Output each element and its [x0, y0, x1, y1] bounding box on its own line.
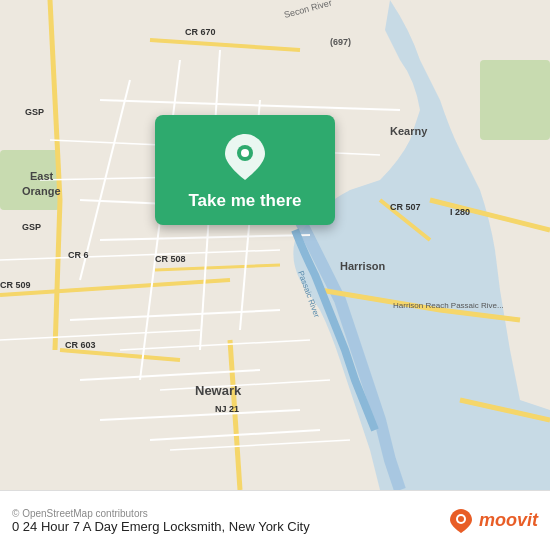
svg-text:NJ 21: NJ 21	[215, 404, 239, 414]
svg-text:Kearny: Kearny	[390, 125, 428, 137]
location-pin-icon	[221, 133, 269, 181]
map-view: Secon River GSP CR 670 (697) GSP I 280 C…	[0, 0, 550, 490]
svg-text:East: East	[30, 170, 54, 182]
moovit-pin-icon	[447, 507, 475, 535]
svg-text:Harrison Reach Passaic Rive...: Harrison Reach Passaic Rive...	[393, 301, 504, 310]
svg-text:(697): (697)	[330, 37, 351, 47]
business-name: 0 24 Hour 7 A Day Emerg Locksmith, New Y…	[12, 519, 310, 534]
svg-text:GSP: GSP	[22, 222, 41, 232]
svg-text:CR 508: CR 508	[155, 254, 186, 264]
cta-label-text: Take me there	[188, 191, 301, 211]
footer-bar: © OpenStreetMap contributors 0 24 Hour 7…	[0, 490, 550, 550]
svg-text:CR 670: CR 670	[185, 27, 216, 37]
svg-text:GSP: GSP	[25, 107, 44, 117]
svg-point-53	[458, 516, 464, 522]
svg-text:CR 507: CR 507	[390, 202, 421, 212]
moovit-brand-text: moovit	[479, 510, 538, 531]
cta-button[interactable]: Take me there	[155, 115, 335, 225]
svg-text:Newark: Newark	[195, 383, 242, 398]
svg-text:Harrison: Harrison	[340, 260, 386, 272]
svg-text:CR 509: CR 509	[0, 280, 31, 290]
map-attribution: © OpenStreetMap contributors	[12, 508, 310, 519]
svg-text:Orange: Orange	[22, 185, 61, 197]
moovit-logo: moovit	[447, 507, 538, 535]
svg-point-51	[241, 149, 249, 157]
svg-text:CR 603: CR 603	[65, 340, 96, 350]
svg-text:CR 6: CR 6	[68, 250, 89, 260]
svg-rect-1	[480, 60, 550, 140]
svg-text:I 280: I 280	[450, 207, 470, 217]
footer-text: © OpenStreetMap contributors 0 24 Hour 7…	[12, 508, 310, 534]
